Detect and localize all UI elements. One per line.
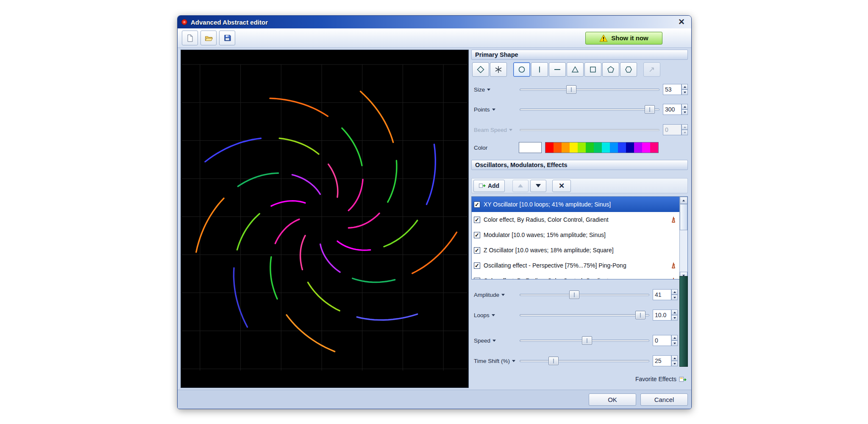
points-label[interactable]: Points [471, 106, 519, 113]
speed-label[interactable]: Speed [471, 338, 519, 344]
effect-checkbox[interactable]: ✓ [474, 232, 480, 238]
effect-row-z-oscillator[interactable]: ✓ Z Oscillator [10.0 waves; 18% amplitud… [472, 243, 679, 258]
spin-down-icon[interactable] [671, 361, 678, 366]
effect-row-partial[interactable]: ✓ Color effect, By Radius, Color Control… [472, 273, 679, 279]
open-button[interactable] [200, 31, 217, 45]
size-label[interactable]: Size [471, 86, 519, 93]
color-swatch[interactable] [642, 142, 650, 153]
color-swatch[interactable] [570, 142, 578, 153]
color-swatch[interactable] [586, 142, 594, 153]
color-swatch[interactable] [602, 142, 610, 153]
points-value[interactable]: 300 [663, 104, 682, 115]
spin-up-icon[interactable] [671, 289, 678, 295]
loops-value[interactable]: 10.0 [653, 310, 671, 321]
shape-circle-button[interactable] [513, 62, 530, 77]
effect-checkbox[interactable]: ✓ [474, 278, 480, 279]
effect-row-modulator[interactable]: ✓ Modulator [10.0 waves; 15% amplitude; … [472, 227, 679, 243]
effect-checkbox[interactable]: ✓ [474, 247, 480, 254]
spin-down-icon [682, 130, 688, 135]
speed-slider-thumb[interactable] [582, 336, 592, 345]
color-swatch[interactable] [562, 142, 570, 153]
move-up-button[interactable] [512, 180, 529, 192]
loops-slider-thumb[interactable] [635, 311, 645, 319]
color-swatch[interactable] [545, 142, 554, 153]
spin-up-icon[interactable] [682, 84, 688, 89]
color-swatch[interactable] [650, 142, 658, 153]
cancel-button[interactable]: Cancel [640, 393, 688, 406]
shape-pentagon-button[interactable] [602, 62, 619, 77]
size-value[interactable]: 53 [663, 84, 682, 95]
preview-canvas[interactable] [181, 50, 469, 388]
time-shift-label-text: Time Shift (%) [474, 358, 510, 364]
shape-horizontal-line-button[interactable] [549, 62, 566, 77]
color-swatch[interactable] [626, 142, 634, 153]
loops-label[interactable]: Loops [471, 312, 519, 318]
effect-row-oscillating-effect[interactable]: ✓ Oscillating effect - Perspective [75%.… [472, 258, 679, 273]
panel-edge-strip [679, 276, 688, 367]
points-slider[interactable] [520, 104, 659, 114]
time-shift-label[interactable]: Time Shift (%) [471, 358, 519, 364]
shape-star-button[interactable] [490, 62, 507, 77]
delete-effect-button[interactable]: ✕ [552, 180, 571, 192]
new-button[interactable] [182, 31, 198, 45]
size-slider[interactable] [520, 84, 659, 95]
amplitude-slider[interactable] [520, 290, 649, 300]
spin-up-icon[interactable] [671, 355, 678, 361]
app-icon [181, 19, 188, 25]
effect-label: Modulator [10.0 waves; 15% amplitude; Si… [484, 232, 677, 238]
save-button[interactable] [219, 31, 235, 45]
effect-row-color-effect[interactable]: ✓ Color effect, By Radius, Color Control… [472, 212, 679, 227]
effect-params: Amplitude 41 Loops [471, 287, 688, 368]
shape-vertical-line-button[interactable] [531, 62, 548, 77]
scroll-up-icon[interactable] [680, 197, 687, 204]
size-slider-thumb[interactable] [566, 85, 576, 94]
amplitude-spinner [671, 289, 678, 300]
points-slider-thumb[interactable] [645, 105, 655, 114]
scrollbar-thumb[interactable] [680, 204, 687, 230]
color-swatch[interactable] [634, 142, 642, 153]
title-bar[interactable]: Advanced Abstract editor ✕ [178, 16, 691, 28]
spin-down-icon[interactable] [682, 109, 688, 115]
primary-shape-header: Primary Shape [471, 50, 688, 60]
speed-value[interactable]: 0 [653, 335, 671, 346]
color-swatch[interactable] [578, 142, 586, 153]
effect-row-xy-oscillator[interactable]: ✓ XY Oscillator [10.0 loops; 41% amplitu… [472, 197, 679, 212]
color-swatch[interactable] [554, 142, 562, 153]
close-icon[interactable]: ✕ [676, 17, 687, 27]
spin-down-icon[interactable] [671, 295, 678, 300]
effects-scrollbar[interactable] [679, 197, 687, 279]
ok-button[interactable]: OK [589, 393, 636, 406]
loops-label-text: Loops [474, 312, 490, 318]
spin-up-icon[interactable] [671, 310, 678, 315]
effect-checkbox[interactable]: ✓ [474, 201, 480, 208]
favorite-effects-icon[interactable] [679, 376, 687, 382]
spin-down-icon[interactable] [682, 89, 688, 95]
color-swatch[interactable] [618, 142, 626, 153]
add-effect-button[interactable]: Add [473, 180, 505, 192]
shape-diamond-button[interactable] [472, 62, 489, 77]
favorite-effects-link[interactable]: Favorite Effects [635, 376, 676, 382]
amplitude-value[interactable]: 41 [653, 289, 671, 300]
selected-color-swatch[interactable] [519, 142, 542, 153]
show-it-now-button[interactable]: Show it now [585, 32, 662, 45]
effect-checkbox[interactable]: ✓ [474, 217, 480, 223]
color-swatch[interactable] [610, 142, 618, 153]
spin-down-icon[interactable] [671, 340, 678, 346]
spin-up-icon[interactable] [682, 104, 688, 109]
spin-up-icon[interactable] [671, 335, 678, 340]
shape-hexagon-button[interactable] [620, 62, 637, 77]
time-shift-value[interactable]: 25 [653, 355, 671, 366]
time-shift-slider[interactable] [520, 356, 649, 366]
shape-triangle-button[interactable] [567, 62, 584, 77]
speed-slider[interactable] [520, 335, 649, 346]
move-down-button[interactable] [530, 180, 546, 192]
effect-checkbox[interactable]: ✓ [474, 262, 480, 269]
shape-square-button[interactable] [584, 62, 601, 77]
spin-down-icon[interactable] [671, 315, 678, 321]
amplitude-slider-thumb[interactable] [569, 290, 579, 299]
loops-slider[interactable] [520, 310, 649, 320]
color-swatch[interactable] [594, 142, 602, 153]
time-shift-slider-thumb[interactable] [548, 357, 559, 365]
amplitude-label[interactable]: Amplitude [471, 292, 519, 298]
shape-free-draw-button[interactable] [643, 62, 660, 77]
